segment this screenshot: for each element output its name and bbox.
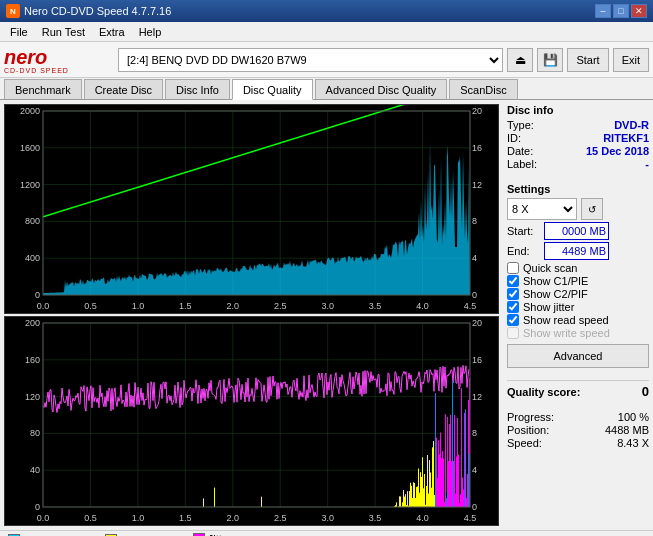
disc-id-row: ID: RITEKF1 — [507, 132, 649, 144]
end-input[interactable]: 4489 MB — [544, 242, 609, 260]
progress-section: Progress: 100 % Position: 4488 MB Speed:… — [507, 411, 649, 450]
settings-section: Settings 8 X ↺ Start: 0000 MB End: 4489 … — [507, 183, 649, 368]
main-content: Disc info Type: DVD-R ID: RITEKF1 Date: … — [0, 100, 653, 530]
show-c1-label: Show C1/PIE — [523, 275, 588, 287]
disc-type-row: Type: DVD-R — [507, 119, 649, 131]
title-bar: N Nero CD-DVD Speed 4.7.7.16 – □ ✕ — [0, 0, 653, 22]
tabs-bar: Benchmark Create Disc Disc Info Disc Qua… — [0, 78, 653, 100]
menu-help[interactable]: Help — [133, 24, 168, 40]
show-write-label: Show write speed — [523, 327, 610, 339]
disc-label-label: Label: — [507, 158, 537, 170]
show-jitter-checkbox[interactable] — [507, 301, 519, 313]
speed-label: Speed: — [507, 437, 542, 449]
settings-title: Settings — [507, 183, 649, 195]
quick-scan-checkbox[interactable] — [507, 262, 519, 274]
drive-selector[interactable]: [2:4] BENQ DVD DD DW1620 B7W9 — [118, 48, 503, 72]
progress-row: Progress: 100 % — [507, 411, 649, 423]
speed-selector[interactable]: 8 X — [507, 198, 577, 220]
save-icon[interactable]: 💾 — [537, 48, 563, 72]
speed-value: 8.43 X — [617, 437, 649, 449]
menu-bar: File Run Test Extra Help — [0, 22, 653, 42]
tab-disc-quality[interactable]: Disc Quality — [232, 79, 313, 100]
nero-logo: nero CD-DVD SPEED — [4, 46, 69, 74]
exit-button[interactable]: Exit — [613, 48, 649, 72]
toolbar: nero CD-DVD SPEED [2:4] BENQ DVD DD DW16… — [0, 42, 653, 78]
app-icon: N — [6, 4, 20, 18]
end-mb-row: End: 4489 MB — [507, 242, 649, 260]
title-bar-left: N Nero CD-DVD Speed 4.7.7.16 — [6, 4, 171, 18]
position-row: Position: 4488 MB — [507, 424, 649, 436]
tab-scandisc[interactable]: ScanDisc — [449, 79, 517, 99]
disc-label-value: - — [645, 158, 649, 170]
title-bar-controls: – □ ✕ — [595, 4, 647, 18]
disc-info-section: Disc info Type: DVD-R ID: RITEKF1 Date: … — [507, 104, 649, 171]
jitter-legend: Jitter — [193, 533, 281, 537]
show-c1-checkbox[interactable] — [507, 275, 519, 287]
maximize-button[interactable]: □ — [613, 4, 629, 18]
quality-score-value: 0 — [642, 384, 649, 399]
show-jitter-label: Show jitter — [523, 301, 574, 313]
menu-extra[interactable]: Extra — [93, 24, 131, 40]
logo-area: nero CD-DVD SPEED — [4, 46, 114, 74]
tab-disc-info[interactable]: Disc Info — [165, 79, 230, 99]
disc-label-row: Label: - — [507, 158, 649, 170]
progress-value: 100 % — [618, 411, 649, 423]
speed-row: 8 X ↺ — [507, 198, 649, 220]
progress-label: Progress: — [507, 411, 554, 423]
show-c2-checkbox[interactable] — [507, 288, 519, 300]
jitter-legend-box — [193, 533, 205, 537]
speed-row-prog: Speed: 8.43 X — [507, 437, 649, 449]
show-write-row: Show write speed — [507, 327, 649, 339]
end-label: End: — [507, 245, 542, 257]
show-c2-label: Show C2/PIF — [523, 288, 588, 300]
disc-date-row: Date: 15 Dec 2018 — [507, 145, 649, 157]
refresh-button[interactable]: ↺ — [581, 198, 603, 220]
menu-run-test[interactable]: Run Test — [36, 24, 91, 40]
start-mb-row: Start: 0000 MB — [507, 222, 649, 240]
tab-advanced-disc-quality[interactable]: Advanced Disc Quality — [315, 79, 448, 99]
quick-scan-row: Quick scan — [507, 262, 649, 274]
advanced-button[interactable]: Advanced — [507, 344, 649, 368]
stats-bar: PI Errors Average: 296.62 Maximum: 1575 … — [0, 530, 653, 536]
start-label: Start: — [507, 225, 542, 237]
disc-type-label: Type: — [507, 119, 534, 131]
jitter-group: Jitter Average: 12.86 % Maximum: 17.4 % … — [193, 533, 281, 537]
eject-icon[interactable]: ⏏ — [507, 48, 533, 72]
show-read-label: Show read speed — [523, 314, 609, 326]
show-read-checkbox[interactable] — [507, 314, 519, 326]
disc-date-label: Date: — [507, 145, 533, 157]
close-button[interactable]: ✕ — [631, 4, 647, 18]
minimize-button[interactable]: – — [595, 4, 611, 18]
tab-create-disc[interactable]: Create Disc — [84, 79, 163, 99]
show-read-row: Show read speed — [507, 314, 649, 326]
show-c2-row: Show C2/PIF — [507, 288, 649, 300]
jitter-legend-label: Jitter — [208, 533, 232, 537]
start-input[interactable]: 0000 MB — [544, 222, 609, 240]
quality-score-label: Quality score: — [507, 386, 580, 398]
show-write-checkbox[interactable] — [507, 327, 519, 339]
menu-file[interactable]: File — [4, 24, 34, 40]
disc-type-value: DVD-R — [614, 119, 649, 131]
start-button[interactable]: Start — [567, 48, 608, 72]
tab-benchmark[interactable]: Benchmark — [4, 79, 82, 99]
upper-chart — [4, 104, 499, 314]
disc-id-value: RITEKF1 — [603, 132, 649, 144]
right-panel: Disc info Type: DVD-R ID: RITEKF1 Date: … — [503, 100, 653, 530]
quality-score-row: Quality score: 0 — [507, 380, 649, 399]
position-label: Position: — [507, 424, 549, 436]
disc-date-value: 15 Dec 2018 — [586, 145, 649, 157]
quick-scan-label: Quick scan — [523, 262, 577, 274]
disc-info-title: Disc info — [507, 104, 649, 116]
disc-id-label: ID: — [507, 132, 521, 144]
show-c1-row: Show C1/PIE — [507, 275, 649, 287]
app-title: Nero CD-DVD Speed 4.7.7.16 — [24, 5, 171, 17]
show-jitter-row: Show jitter — [507, 301, 649, 313]
position-value: 4488 MB — [605, 424, 649, 436]
lower-chart — [4, 316, 499, 526]
